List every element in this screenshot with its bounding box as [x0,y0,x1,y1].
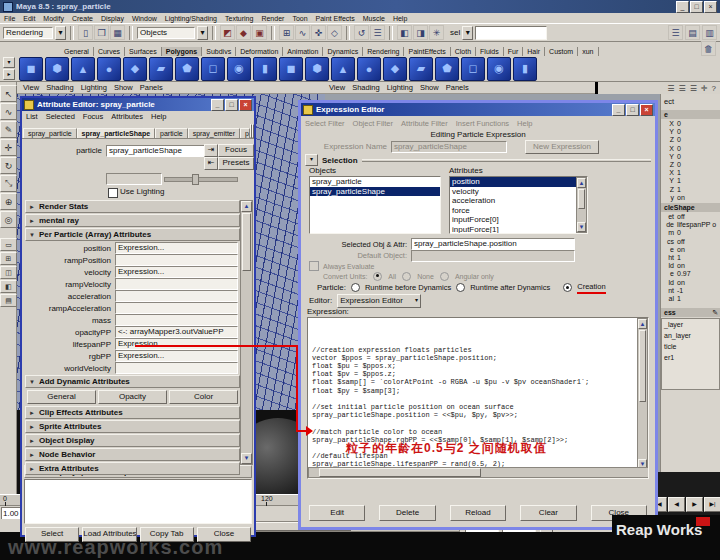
channel-row[interactable]: eon [661,246,720,254]
two-pane-layout-icon[interactable]: ◫ [0,266,17,279]
channel-row[interactable]: Y0 [661,128,720,136]
minimize-icon[interactable]: _ [612,104,625,116]
channel-row[interactable]: csoff [661,238,720,246]
pane-menu-item[interactable]: View [329,83,345,92]
show-channel-box-icon[interactable]: ☰ [668,25,683,40]
ae-menu-item[interactable]: Attributes [111,112,143,121]
pane-menu-item[interactable]: Shading [46,83,74,92]
paint-select-tool-icon[interactable]: ✎ [0,121,17,138]
shelf-tab-custom[interactable]: Custom [545,47,578,56]
ae-menu-item[interactable]: List [26,112,38,121]
tab-particlecloud[interactable]: particleClo [240,128,250,138]
play-button[interactable]: ▶ [686,497,703,512]
menubar-item[interactable]: Display [101,15,124,22]
attribute-item[interactable]: inputForce[0] [450,215,578,225]
shelf-icon[interactable]: ◉ [487,57,511,81]
attributes-scrollbar[interactable]: ▲ ▼ [576,177,587,233]
selection-bar[interactable]: ▾ Selection [301,154,655,166]
menubar-item[interactable]: Create [72,15,93,22]
attribute-item[interactable]: velocity [450,187,578,197]
close-icon[interactable]: × [704,1,717,13]
section-header-collapsed[interactable]: Object Display [25,434,240,447]
shelf-icon[interactable]: ◼ [279,57,303,81]
code-line[interactable]: //creation expression floats particles [312,346,636,354]
ae-bottom-button[interactable]: Copy Tab [140,527,194,542]
editor-dropdown[interactable]: Expression Editor▾ [337,294,421,308]
pane-menu-item[interactable]: Lighting [81,83,107,92]
channel-row[interactable]: Y0 [661,153,720,161]
shelf-icon[interactable]: ⬟ [175,57,199,81]
pane-menu-item[interactable]: Show [114,83,133,92]
pane-menu-item[interactable]: Panels [140,83,163,92]
channel-row[interactable]: X1 [661,169,720,177]
shelf-icon[interactable]: ◻ [201,57,225,81]
universal-manip-icon[interactable]: ⊕ [0,193,17,210]
channel-row[interactable]: ldon [661,262,720,270]
ee-menu-item[interactable]: Attribute Filter [401,119,448,128]
help-icon[interactable]: ? [712,84,716,93]
layer-item[interactable]: _layer [662,319,719,330]
shelf-icon[interactable]: ▲ [71,57,95,81]
channel-row[interactable]: delifespanPP o [661,221,720,229]
shelf-icon[interactable]: ● [97,57,121,81]
code-h-scrollbar[interactable] [308,467,649,478]
section-header-collapsed[interactable]: mental ray [25,214,240,227]
layer-item[interactable]: ticle [662,341,719,352]
pp-attribute-field[interactable]: Expression... [115,242,238,254]
ee-bottom-button[interactable]: Reload [450,505,506,521]
menubar-item[interactable]: Muscle [363,15,385,22]
mask-arrow-icon[interactable]: ▾ [197,26,208,40]
menubar-item[interactable]: Window [132,15,157,22]
expression-editor-titlebar[interactable]: Expression Editor _ □ × [301,103,655,116]
layer-item[interactable]: an_layer [662,330,719,341]
rotate-tool-icon[interactable]: ↻ [0,157,17,174]
shelf-icon[interactable]: ◉ [227,57,251,81]
shelf-icon[interactable]: ▰ [149,57,173,81]
channel-row[interactable]: ht1 [661,254,720,262]
menubar-item[interactable]: Texturing [225,15,253,22]
channel-row[interactable]: Y1 [661,177,720,185]
menubar-item[interactable]: Help [393,15,407,22]
code-line[interactable]: float $py = $samp[3]; [312,387,636,395]
code-line[interactable] [312,395,636,403]
object-item-selected[interactable]: spray_particleShape [310,187,440,197]
go-to-end-button[interactable]: ▶| [704,497,720,512]
pane-menu-icon-1[interactable]: ☰ [667,84,674,93]
maximize-icon[interactable]: □ [626,104,639,116]
section-header-collapsed[interactable]: Sprite Attributes [25,420,240,433]
code-line[interactable]: spray_particleShape.position = <<$pu, $p… [312,411,636,419]
notes-area[interactable] [24,479,252,524]
save-scene-icon[interactable]: ▦ [110,25,125,40]
add-dynamic-button[interactable]: General [27,390,96,404]
close-icon[interactable]: × [239,99,252,111]
tab-spray-emitter[interactable]: spray_emitter [188,128,240,138]
pane-menu-icon-3[interactable]: ☰ [690,84,697,93]
minimize-icon[interactable]: _ [676,1,689,13]
load-attributes-icon[interactable]: ⇥ [204,144,218,157]
code-v-scrollbar[interactable]: ▲ ▼ [637,318,648,470]
show-layer-editor-icon[interactable]: ▤ [685,25,700,40]
creation-radio[interactable] [563,283,572,292]
channel-row[interactable]: X0 [661,120,720,128]
pane-menu-item[interactable]: Shading [352,83,380,92]
pp-attribute-field[interactable] [115,254,238,266]
list-input-icon[interactable]: ☰ [370,25,385,40]
shelf-item-menu-icon[interactable]: ▸ [3,69,15,80]
menuset-arrow-icon[interactable]: ▾ [55,26,66,40]
show-manip-icon[interactable]: ◎ [0,211,17,228]
object-item[interactable]: spray_particle [310,177,440,187]
pp-attribute-field[interactable] [115,290,238,302]
maximize-icon[interactable]: □ [690,1,703,13]
menubar-item[interactable]: Render [261,15,284,22]
shelf-menu-icon[interactable]: ▾ [3,57,15,68]
menuset-dropdown[interactable]: Rendering [3,27,53,39]
pp-attribute-field[interactable] [115,314,238,326]
shelf-icon[interactable]: ◆ [123,57,147,81]
maximize-icon[interactable]: □ [225,99,238,111]
shelf-icon[interactable]: ◼ [19,57,43,81]
expression-code-area[interactable]: //creation expression floats particlesve… [307,317,649,479]
copy-tab-icon[interactable]: ⇤ [204,157,218,170]
persp-outliner-layout-icon[interactable]: ◧ [0,280,17,293]
construction-history-icon[interactable]: ↺ [354,25,369,40]
tab-spray-particle[interactable]: spray_particle [23,128,77,138]
